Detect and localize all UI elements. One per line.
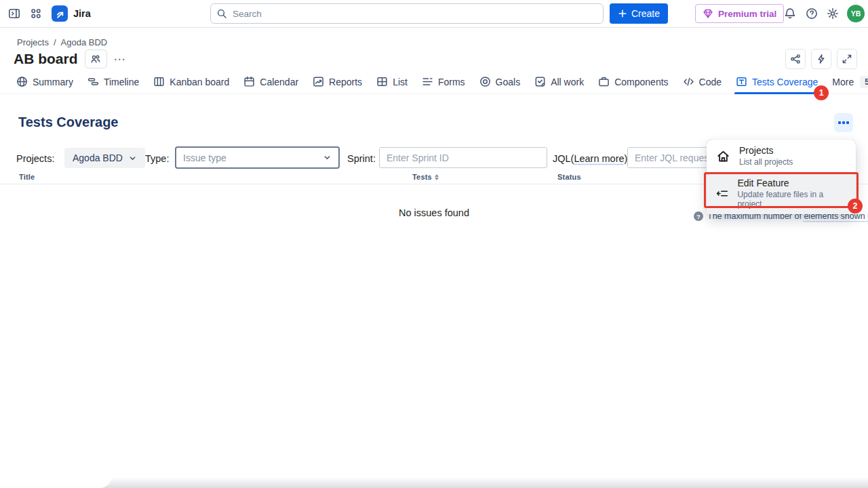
sprint-filter-label: Sprint: — [347, 153, 376, 164]
sidebar-toggle-button[interactable] — [8, 7, 20, 20]
target-icon — [479, 76, 491, 87]
column-header-tests[interactable]: Tests — [412, 173, 439, 181]
tab-list[interactable]: List — [376, 70, 408, 94]
tests-coverage-icon — [736, 76, 747, 87]
automation-button[interactable] — [811, 49, 831, 69]
board-members-button[interactable] — [85, 49, 107, 68]
tab-kanban-board[interactable]: Kanban board — [153, 70, 229, 94]
sort-icon — [435, 174, 439, 180]
app-name: Jira — [73, 8, 91, 19]
timeline-icon — [87, 76, 99, 87]
tab-more[interactable]: More 5 — [832, 70, 868, 94]
chevron-down-icon — [128, 154, 137, 163]
breadcrumb-projects-link[interactable]: Projects — [17, 37, 49, 47]
plus-icon — [618, 9, 627, 18]
chevron-down-icon — [323, 153, 332, 162]
tab-timeline[interactable]: Timeline — [87, 70, 139, 94]
notifications-button[interactable] — [784, 7, 796, 20]
board-more-button[interactable]: ⋯ — [114, 52, 126, 66]
share-icon — [790, 54, 801, 64]
jql-filter-label: JQL(Learn more): — [553, 153, 630, 164]
sidebar-collapse-icon — [8, 7, 20, 20]
forms-icon — [422, 76, 433, 87]
jira-logo[interactable] — [52, 5, 68, 22]
share-button[interactable] — [785, 49, 806, 69]
section-more-menu-button[interactable] — [834, 113, 853, 132]
lightning-icon — [816, 54, 827, 64]
tab-all-work[interactable]: All work — [534, 70, 584, 94]
bell-icon — [784, 7, 796, 20]
edit-feature-icon — [716, 187, 728, 200]
home-icon — [716, 149, 730, 163]
page-title: Tests Coverage — [18, 115, 118, 130]
tab-goals[interactable]: Goals — [479, 70, 521, 94]
fullscreen-button[interactable] — [837, 49, 857, 69]
chart-trend-icon — [313, 76, 324, 87]
board-columns-icon — [153, 76, 165, 87]
create-button[interactable]: Create — [610, 3, 668, 24]
all-work-icon — [534, 76, 546, 87]
menu-item-projects[interactable]: Projects List all projects — [707, 140, 856, 172]
people-icon — [90, 54, 101, 64]
global-search — [210, 3, 604, 24]
breadcrumb-project-link[interactable]: Agoda BDD — [61, 37, 108, 47]
premium-trial-button[interactable]: Premium trial — [695, 4, 784, 23]
tab-reports[interactable]: Reports — [313, 70, 362, 94]
breadcrumb: Projects / Agoda BDD — [17, 37, 107, 47]
components-icon — [598, 76, 610, 87]
gem-icon — [703, 8, 713, 19]
jira-mark-icon — [55, 9, 65, 19]
breadcrumb-separator: / — [54, 37, 56, 47]
tab-tests-coverage[interactable]: Tests Coverage 1 — [736, 70, 818, 94]
tab-forms[interactable]: Forms — [422, 70, 465, 94]
code-icon — [683, 76, 694, 87]
window-bottom-corner — [0, 476, 112, 488]
gear-icon — [827, 7, 839, 20]
tab-components[interactable]: Components — [598, 70, 668, 94]
column-header-title: Title — [19, 173, 35, 181]
tab-code[interactable]: Code — [683, 70, 722, 94]
menu-item-edit-feature[interactable]: Edit Feature Update feature files in a p… — [707, 172, 856, 214]
calendar-icon — [243, 76, 255, 87]
section-actions-menu: Projects List all projects Edit Feature … — [707, 140, 856, 214]
app-grid-icon — [30, 7, 42, 20]
projects-filter-dropdown[interactable]: Agoda BDD — [64, 148, 145, 168]
board-title: AB board — [14, 51, 78, 67]
jql-learn-more-link[interactable]: Learn more — [574, 153, 624, 164]
globe-icon — [16, 76, 28, 87]
user-avatar[interactable]: YB — [847, 5, 865, 22]
question-circle-icon — [806, 7, 818, 20]
board-tab-bar: Summary Timeline Kanban board Calendar R… — [0, 70, 868, 94]
info-help-icon[interactable]: ? — [694, 211, 703, 221]
help-button[interactable] — [806, 7, 818, 20]
sprint-id-input[interactable] — [379, 147, 547, 168]
table-icon — [376, 76, 388, 87]
tab-summary[interactable]: Summary — [16, 70, 73, 94]
jira-window: Jira Create Premium trial — [0, 0, 868, 488]
type-filter-label: Type: — [145, 153, 169, 164]
app-switcher-button[interactable] — [30, 7, 42, 20]
window-bottom-shadow — [0, 477, 868, 488]
search-icon — [216, 8, 227, 19]
settings-button[interactable] — [827, 7, 839, 20]
top-navigation-bar: Jira Create Premium trial — [0, 0, 868, 28]
column-header-status: Status — [557, 173, 581, 181]
more-tabs-count-badge: 5 — [860, 76, 868, 88]
annotation-step-1-badge: 1 — [814, 85, 829, 100]
projects-filter-label: Projects: — [16, 153, 54, 164]
tab-calendar[interactable]: Calendar — [243, 70, 298, 94]
issue-type-select[interactable]: Issue type — [175, 146, 340, 169]
search-input[interactable] — [210, 3, 604, 24]
expand-icon — [842, 54, 852, 64]
